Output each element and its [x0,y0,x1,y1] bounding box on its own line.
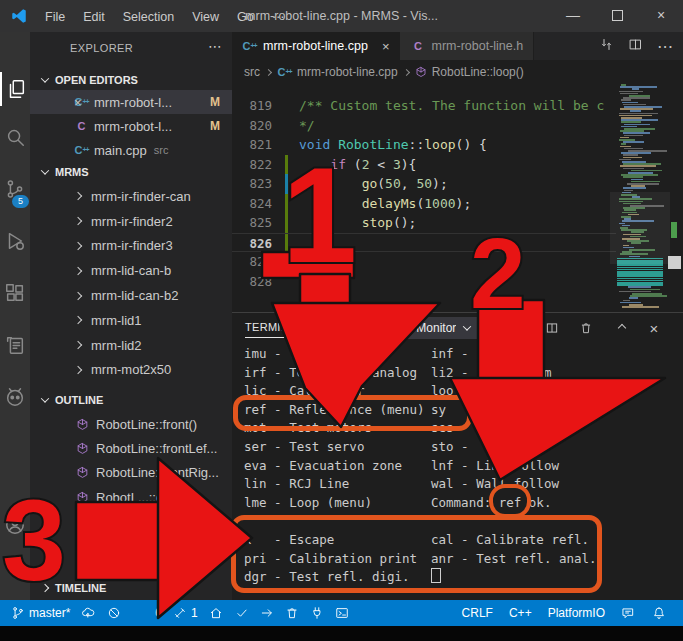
tree-item-mrm-ir-finder3[interactable]: mrm-ir-finder3 [30,234,232,259]
code-line-820: 820*/ [232,116,616,136]
activity-project-tasks[interactable] [0,328,30,362]
plug-icon [310,606,324,620]
outline-item-label: RobotL... Ahea... [96,514,193,529]
status-sync[interactable] [81,606,96,621]
tree-item-label: mrm-lid-can-b [91,263,171,278]
token: ( [354,157,362,172]
split-editor-button[interactable] [628,37,643,56]
status-branch[interactable]: master* [11,606,70,620]
pio-clean-button[interactable] [285,606,299,620]
activity-bar: 5 [0,32,30,600]
tab-mrm-robot-line.h[interactable]: Cmrm-robot-line.h [400,32,534,60]
activity-run-debug[interactable] [0,224,30,258]
pio-build-button[interactable] [235,606,249,620]
outline-item[interactable]: ...g() [30,534,232,558]
chevron-right-icon [74,217,82,225]
symbol-method-icon [76,515,89,528]
outline-item[interactable]: RobotLine::frontRig... [30,461,232,485]
status-eol[interactable]: CRLF [462,606,493,620]
section-open-editors[interactable]: OPEN EDITORS [42,74,138,86]
outline-item[interactable]: RobotLine::front() [30,412,232,436]
tasks-icon [4,334,26,356]
explorer-more-actions[interactable]: ⋯ [208,38,223,54]
status-language[interactable]: C++ [509,606,532,620]
terminal-text-right [431,568,441,587]
pio-terminal-button[interactable] [335,606,350,621]
tree-item-mrm-mot4x2.6can[interactable]: mrm-mot4x2.6can [30,382,232,390]
activity-explorer[interactable] [0,72,30,106]
tab-label: mrm-robot-line.cpp [263,39,368,53]
ext-icon [4,282,26,304]
scrollbar-handle[interactable] [668,256,681,269]
status-errors[interactable] [107,606,121,620]
activity-search[interactable] [0,120,30,154]
tab-mrm-robot-line.cpp[interactable]: C++mrm-robot-line.cpp× [232,32,400,60]
terminal-text-left: x - Escape [244,532,334,547]
tab-terminal[interactable]: TERMINAL [245,321,303,338]
tree-item-mrm-lid-can-b[interactable]: mrm-lid-can-b [30,258,232,283]
open-editor-item[interactable]: Cmrm-robot-l...M [30,114,232,138]
code-line-827: 827 [232,252,616,272]
activity-source-control[interactable]: 5 [0,172,30,206]
menu-selection[interactable]: Selection [114,10,183,24]
tree-item-mrm-mot2x50[interactable]: mrm-mot2x50 [30,358,232,383]
terminal-text-right: loo - [431,382,469,401]
breadcrumb-segment[interactable]: RobotLine::loop() [415,65,524,79]
tree-item-mrm-lid-can-b2[interactable]: mrm-lid-can-b2 [30,283,232,308]
trash-icon [285,606,299,620]
kill-terminal-button[interactable] [576,317,596,339]
terminal-text-right: wal - Wall follow [431,475,559,494]
tree-item-mrm-ir-finder2[interactable]: mrm-ir-finder2 [30,209,232,234]
pio-upload-button[interactable] [260,606,274,620]
gutter-change-mark [285,272,288,292]
terminal-task-dropdown[interactable]: Task - Monitor [375,317,493,339]
open-editor-item[interactable]: C++main.cppsrc [30,138,232,162]
notifications-button[interactable] [652,606,667,621]
new-terminal-button[interactable]: + [510,317,530,339]
pio-monitor-button[interactable] [310,606,324,620]
activity-platformio[interactable] [0,380,30,414]
close-panel-button[interactable]: × [644,317,664,339]
section-timeline[interactable]: TIMELINE [42,582,106,594]
outline-item[interactable]: RobotLine::frontLef... [30,436,232,460]
minimize-button[interactable]: — [551,0,595,32]
section-outline[interactable]: OUTLINE [42,394,103,406]
status-warnings[interactable]: 0 [155,606,162,620]
line-number: 819 [232,96,272,116]
breadcrumb-segment[interactable]: C++mrm-robot-line.cpp [277,65,398,79]
code-text: if (2 < 3){ [299,155,416,175]
section-mrms[interactable]: MRMS [42,166,89,178]
activity-account[interactable] [0,508,30,542]
status-platformio[interactable]: PlatformIO [548,606,605,620]
code-editor[interactable]: 819/** Custom test. The function will be… [232,84,616,324]
close-tab-icon[interactable]: × [382,39,390,54]
tree-item-mrm-lid2[interactable]: mrm-lid2 [30,333,232,358]
maximize-panel-button[interactable] [612,317,632,339]
outline-item[interactable]: RobotL...::go(int1... [30,485,232,509]
menu-view[interactable]: View [183,10,228,24]
feedback-button[interactable] [621,606,636,621]
close-button[interactable]: × [639,0,683,32]
activity-settings[interactable] [0,548,30,582]
breadcrumb-segment[interactable]: src [244,65,260,79]
minimap-viewport[interactable] [610,192,670,264]
compare-changes-button[interactable] [599,37,614,56]
activity-extensions[interactable] [0,276,30,310]
open-editor-item[interactable]: ×C++mrm-robot-l...M [30,90,232,114]
split-terminal-button[interactable] [542,317,562,339]
tree-item-label: mrm-mot4x2.6can [91,387,196,390]
breadcrumb[interactable]: srcC++mrm-robot-line.cppRobotLine::loop(… [232,60,683,84]
tree-item-mrm-ir-finder-can[interactable]: mrm-ir-finder-can [30,184,232,209]
menu-edit[interactable]: Edit [74,10,114,24]
tree-item-label: mrm-lid-can-b2 [91,288,178,303]
open-editor-label: mrm-robot-l... [94,95,172,110]
maximize-button[interactable] [595,0,639,32]
status-tasks[interactable]: 1 [173,606,198,620]
more-actions-button[interactable]: ⋯ [657,37,673,56]
terminal-text-right: anr - Test refl. anal. [431,550,597,569]
pio-home-button[interactable] [209,606,224,621]
menu-file[interactable]: File [36,10,74,24]
tree-item-mrm-lid1[interactable]: mrm-lid1 [30,308,232,333]
outline-item[interactable]: RobotL... Ahea... [30,510,232,534]
close-editor-icon[interactable]: × [74,95,90,110]
